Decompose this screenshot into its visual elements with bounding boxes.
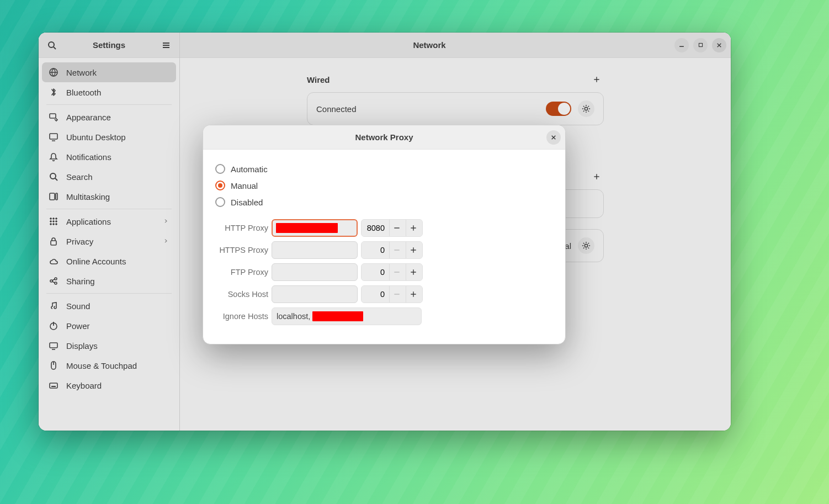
sidebar-item-keyboard[interactable]: Keyboard [42, 375, 176, 395]
proxy-mode-disabled[interactable]: Disabled [215, 194, 553, 210]
sidebar-item-bluetooth[interactable]: Bluetooth [42, 82, 176, 102]
gear-icon [582, 241, 591, 250]
share-icon [49, 276, 59, 286]
ignore-hosts-input[interactable]: localhost, [272, 307, 422, 325]
socks-host-input[interactable] [272, 285, 358, 303]
sidebar-separator [46, 293, 172, 294]
close-icon [716, 42, 722, 49]
sidebar-item-label: Multitasking [66, 192, 169, 201]
minus-icon [393, 246, 401, 254]
sidebar-item-ubuntu-desktop[interactable]: Ubuntu Desktop [42, 127, 176, 147]
menu-icon [161, 40, 171, 50]
sidebar-item-label: Search [66, 172, 169, 182]
add-vpn-button[interactable] [589, 169, 604, 184]
socks-port-increment[interactable] [406, 286, 422, 303]
sidebar-item-search[interactable]: Search [42, 167, 176, 187]
sidebar-item-privacy[interactable]: Privacy [42, 231, 176, 251]
ftp-proxy-port-input[interactable] [362, 264, 389, 280]
sidebar-item-label: Privacy [66, 237, 156, 246]
radio-icon [215, 197, 225, 207]
wired-settings-button[interactable] [578, 100, 594, 117]
minus-icon [393, 268, 401, 276]
ftp-proxy-label: FTP Proxy [215, 268, 268, 277]
redacted-content [312, 311, 363, 321]
sidebar-item-notifications[interactable]: Notifications [42, 147, 176, 167]
add-wired-button[interactable] [589, 72, 604, 87]
sidebar-item-mouse[interactable]: Mouse & Touchpad [42, 356, 176, 375]
proxy-mode-value-peek: al [565, 241, 571, 251]
radio-icon [215, 181, 225, 190]
sidebar-list: NetworkBluetoothAppearanceUbuntu Desktop… [39, 58, 179, 431]
http-proxy-port-input[interactable] [362, 220, 389, 236]
ftp-proxy-host-input[interactable] [272, 263, 358, 281]
display-brush-icon [49, 112, 59, 122]
wired-status-text: Connected [316, 104, 539, 114]
sidebar-item-label: Online Accounts [66, 257, 169, 266]
plus-icon [410, 290, 417, 298]
http-proxy-port-increment[interactable] [406, 220, 422, 236]
window-maximize-button[interactable] [693, 38, 708, 52]
https-proxy-port-input[interactable] [362, 242, 389, 258]
http-proxy-port-decrement[interactable] [389, 220, 406, 236]
radio-label: Disabled [231, 198, 263, 207]
wired-connection-row: Connected [307, 92, 604, 125]
sidebar-item-network[interactable]: Network [42, 62, 176, 82]
proxy-mode-automatic[interactable]: Automatic [215, 161, 553, 177]
https-proxy-port-stepper [361, 241, 423, 259]
window-controls [674, 38, 726, 52]
http-proxy-host-input[interactable] [272, 219, 358, 237]
ftp-proxy-port-stepper [361, 263, 423, 281]
sidebar-item-multitasking[interactable]: Multitasking [42, 187, 176, 206]
wired-section-header: Wired [307, 72, 604, 87]
sidebar-item-power[interactable]: Power [42, 316, 176, 336]
sidebar-item-label: Mouse & Touchpad [66, 361, 169, 370]
proxy-mode-manual[interactable]: Manual [215, 177, 553, 194]
radio-label: Manual [231, 181, 258, 190]
redacted-content [276, 223, 338, 233]
bluetooth-icon [49, 87, 59, 97]
ftp-proxy-row: FTP Proxy [215, 263, 553, 281]
search-icon [47, 40, 57, 50]
proxy-settings-button-peek[interactable] [578, 237, 594, 254]
http-proxy-row: HTTP Proxy [215, 219, 553, 237]
sidebar-item-sound[interactable]: Sound [42, 296, 176, 316]
switch-knob [558, 103, 570, 115]
dialog-close-button[interactable] [546, 130, 561, 145]
window-minimize-button[interactable] [674, 38, 689, 52]
wired-toggle-switch[interactable] [546, 102, 571, 116]
minus-icon [393, 224, 401, 232]
bell-icon [49, 152, 59, 162]
https-proxy-port-increment[interactable] [406, 242, 422, 258]
sidebar-title: Settings [64, 40, 154, 50]
https-proxy-port-decrement [389, 242, 406, 258]
ftp-proxy-port-decrement [389, 264, 406, 280]
sidebar-item-appearance[interactable]: Appearance [42, 107, 176, 127]
plus-icon [410, 246, 417, 254]
dialog-title: Network Proxy [355, 132, 413, 142]
search-button[interactable] [43, 36, 61, 54]
globe-icon [49, 67, 59, 77]
sidebar-item-label: Appearance [66, 113, 169, 122]
https-proxy-host-input[interactable] [272, 241, 358, 259]
ftp-proxy-port-increment[interactable] [406, 264, 422, 280]
sidebar-item-label: Displays [66, 341, 169, 351]
grid-icon [49, 216, 59, 226]
minimize-icon [678, 41, 685, 49]
ignore-hosts-label: Ignore Hosts [215, 312, 268, 321]
socks-port-stepper [361, 285, 423, 303]
hamburger-menu-button[interactable] [157, 36, 175, 54]
window-close-button[interactable] [712, 38, 726, 52]
dialog-header: Network Proxy [203, 125, 565, 150]
titlebar: Network [180, 33, 731, 58]
music-icon [49, 301, 59, 311]
sidebar-item-online-accounts[interactable]: Online Accounts [42, 251, 176, 271]
sidebar-item-displays[interactable]: Displays [42, 336, 176, 356]
settings-sidebar: Settings NetworkBluetoothAppearanceUbunt… [39, 33, 180, 431]
sidebar-item-applications[interactable]: Applications [42, 211, 176, 231]
sidebar-item-label: Power [66, 321, 169, 331]
sidebar-item-sharing[interactable]: Sharing [42, 271, 176, 291]
http-proxy-label: HTTP Proxy [215, 224, 268, 232]
socks-port-input[interactable] [362, 286, 389, 303]
sidebar-header: Settings [39, 33, 179, 58]
page-title: Network [413, 40, 445, 50]
